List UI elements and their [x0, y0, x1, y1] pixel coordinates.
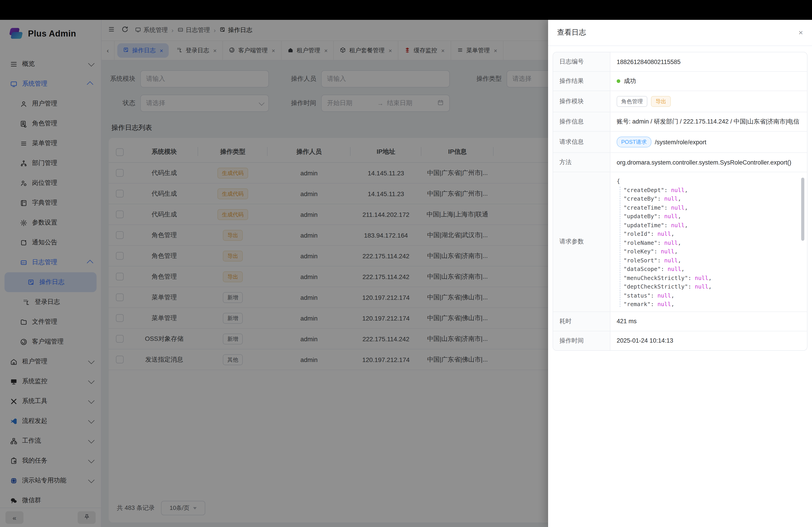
detail-row: 方法 org.dromara.system.controller.system.…: [553, 153, 807, 172]
detail-row: 操作时间 2025-01-24 10:14:13: [553, 331, 807, 350]
app-window: Plus Admin 概览 系统管理 用户管理 角色管理 菜单管理 部门管理 岗…: [0, 20, 812, 527]
drawer-body: 日志编号 1882612840802115585 操作结果 成功 操作模块 角色…: [548, 46, 812, 356]
screen: Plus Admin 概览 系统管理 用户管理 角色管理 菜单管理 部门管理 岗…: [0, 0, 812, 527]
detail-row: 操作信息 账号: admin / 研发部门 / 222.175.114.242 …: [553, 112, 807, 132]
detail-row: 请求参数 { "createDept": null, "createBy": n…: [553, 172, 807, 312]
module-tag: 角色管理: [617, 96, 647, 107]
detail-row: 操作结果 成功: [553, 72, 807, 91]
drawer-title: 查看日志: [557, 28, 586, 37]
detail-row: 操作模块 角色管理导出: [553, 91, 807, 112]
browser-black-strip: [0, 0, 812, 20]
indent-guide: [620, 187, 620, 307]
drawer-header: 查看日志 ×: [548, 20, 812, 46]
json-scrollbar[interactable]: [801, 176, 804, 306]
detail-row: 耗时 421 ms: [553, 312, 807, 331]
module-tag: 导出: [651, 96, 671, 107]
detail-row: 日志编号 1882612840802115585: [553, 52, 807, 72]
close-icon[interactable]: ×: [798, 28, 803, 37]
log-details-table: 日志编号 1882612840802115585 操作结果 成功 操作模块 角色…: [553, 52, 808, 350]
detail-row: 请求信息 POST请求/system/role/export: [553, 132, 807, 153]
success-dot: [617, 79, 620, 83]
request-params-json[interactable]: { "createDept": null, "createBy": null, …: [614, 175, 805, 308]
view-log-drawer: 查看日志 × 日志编号 1882612840802115585 操作结果 成功 …: [548, 20, 812, 527]
http-method-tag: POST请求: [617, 137, 651, 147]
